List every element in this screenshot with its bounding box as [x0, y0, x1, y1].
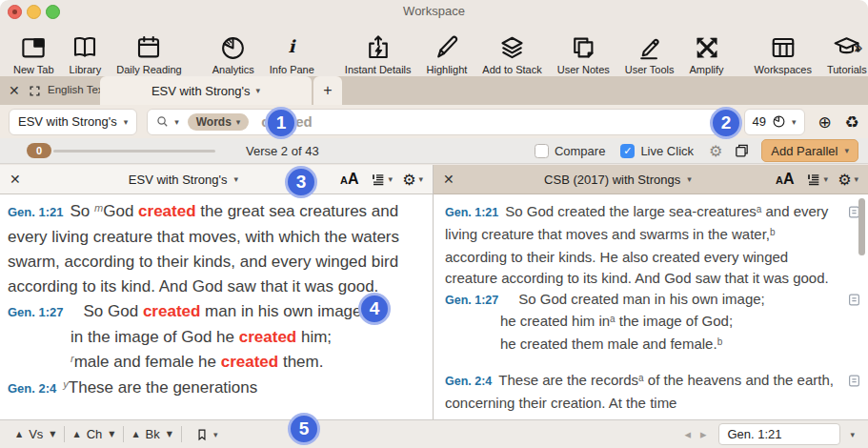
step-up-icon[interactable]: ▲ — [73, 430, 79, 438]
pane-title: CSB (2017) with Strongs — [544, 173, 680, 187]
add-tab-button[interactable]: + — [313, 76, 342, 105]
pane-csb-text: Gen. 1:21So God created the large sea-cr… — [434, 194, 868, 419]
toolbar-item-label: Add to Stack — [482, 64, 541, 75]
cross-reference-note-icon[interactable] — [848, 373, 860, 394]
recycle-icon[interactable]: ♻ — [845, 112, 859, 132]
pane-gear-menu[interactable]: ⚙ ▾ — [402, 171, 423, 189]
toolbar-item-label: Tutorials — [827, 64, 867, 75]
verse-text: So God — [84, 302, 143, 320]
text-size-icon[interactable]: AA — [776, 171, 795, 188]
close-icon[interactable]: ✕ — [9, 83, 20, 98]
stepper-vs[interactable]: ▲Vs▼ — [8, 427, 64, 441]
toolbar-item-amplify[interactable]: Amplify — [682, 30, 732, 75]
toolbar-item-info-pane[interactable]: iInfo Pane — [262, 30, 322, 75]
module-select-button[interactable]: ESV with Strong's ▾ — [9, 109, 137, 135]
pie-icon — [219, 30, 247, 62]
text-panes: ✕ ESV with Strong's ▾ AA ▾ ⚙ ▾ Gen. 1:21… — [0, 165, 868, 419]
toolbar-overflow-icon[interactable]: » — [854, 38, 863, 57]
pane-title-dropdown[interactable]: CSB (2017) with Strongs ▾ — [544, 173, 692, 187]
close-icon[interactable]: ✕ — [10, 172, 21, 187]
toolbar-item-label: Library — [70, 64, 102, 75]
compare-checkbox[interactable] — [535, 144, 549, 158]
search-scope-pill[interactable]: Words ▾ — [188, 113, 250, 131]
expand-icon[interactable] — [29, 84, 41, 101]
annotation-callout-1: 1 — [265, 107, 297, 139]
add-parallel-label: Add Parallel — [771, 144, 838, 158]
close-icon[interactable]: ✕ — [443, 172, 454, 187]
toolbar-item-label: User Notes — [557, 64, 610, 75]
step-down-icon[interactable]: ▼ — [109, 430, 114, 438]
toolbar-item-label: User Tools — [625, 64, 675, 75]
reference-dropdown-icon[interactable]: ▾ — [850, 430, 855, 439]
toolbar-item-daily-reading[interactable]: Daily Reading — [109, 30, 189, 75]
toolbar-item-workspaces[interactable]: Workspaces — [747, 30, 819, 75]
tab-esv-with-strongs[interactable]: ESV with Strong's ▾ — [100, 76, 312, 105]
cross-reference-note-icon[interactable] — [848, 292, 860, 313]
toolbar-item-highlight[interactable]: Highlight — [419, 30, 475, 75]
bookmark-icon — [195, 427, 209, 442]
notes-icon — [569, 30, 597, 62]
add-parallel-button[interactable]: Add Parallel ▾ — [761, 139, 858, 162]
add-search-icon[interactable]: ⊕ — [818, 112, 832, 132]
verse-gen-1-21[interactable]: Gen. 1:21So God created the large sea-cr… — [445, 201, 860, 289]
pane-csb: ✕ CSB (2017) with Strongs ▾ AA ▾ ⚙ ▾ Gen… — [434, 165, 868, 419]
history-forward-icon[interactable]: ▸ — [696, 427, 712, 441]
pane-title-dropdown[interactable]: ESV with Strong's ▾ — [129, 173, 238, 187]
verse-gen-2-4[interactable]: Gen. 2:4These are the recordsa of the he… — [445, 370, 860, 414]
verse-gen-1-27[interactable]: Gen. 1:27So God created man in his own i… — [445, 289, 860, 356]
text-size-icon[interactable]: AA — [340, 171, 359, 188]
pane-gear-menu[interactable]: ⚙ ▾ — [838, 171, 858, 189]
library-icon — [70, 30, 100, 62]
duplicate-pane-icon[interactable] — [734, 143, 750, 159]
pencil-icon — [433, 30, 461, 62]
toolbar-item-user-notes[interactable]: User Notes — [550, 30, 617, 75]
toolbar-item-analytics[interactable]: Analytics — [205, 30, 262, 75]
toolbar-item-library[interactable]: Library — [62, 30, 110, 75]
history-back-icon[interactable]: ◂ — [679, 427, 696, 441]
hit-count-value: 49 — [753, 114, 766, 129]
toolbar-item-add-to-stack[interactable]: Add to Stack — [474, 30, 549, 75]
toolbar-item-new-tab[interactable]: New Tab — [6, 30, 62, 75]
poetry-line: he created him ina the image of God; — [500, 311, 839, 334]
toolbar-item-user-tools[interactable]: User Tools — [617, 30, 682, 75]
display-settings-icon[interactable]: ▾ — [371, 172, 394, 187]
verse-gen-1-21[interactable]: Gen. 1:21So mGod created the great sea c… — [8, 199, 425, 299]
chevron-down-icon: ▾ — [124, 117, 129, 127]
live-click-checkbox[interactable]: ✓ — [620, 144, 635, 158]
step-down-icon[interactable]: ▼ — [167, 430, 172, 438]
stepper-ch[interactable]: ▲Ch▼ — [65, 427, 123, 441]
toolbar-item-label: Info Pane — [270, 64, 314, 75]
poetry-line: in the image of God he created him; — [71, 325, 425, 350]
hit-count-button[interactable]: 49 ▾ — [744, 109, 805, 135]
toolbar-item-instant-details[interactable]: Instant Details — [337, 30, 419, 75]
verse-text: male and female he — [74, 353, 221, 371]
tools-icon — [636, 30, 664, 62]
module-select-label: ESV with Strong's — [18, 114, 117, 129]
step-up-icon[interactable]: ▲ — [132, 430, 138, 438]
live-click-gear-icon[interactable]: ⚙ — [709, 142, 722, 160]
footnote-marker: b — [770, 227, 776, 237]
display-settings-icon[interactable]: ▾ — [806, 172, 829, 187]
stepper-bk[interactable]: ▲Bk▼ — [124, 427, 180, 441]
scrollbar-thumb[interactable] — [858, 198, 865, 255]
verse-gen-2-4[interactable]: Gen. 2:4yThese are the generations — [8, 376, 425, 401]
search-icon — [155, 114, 170, 129]
verse-text: according to their kinds. He also create… — [445, 249, 829, 286]
footnote-marker: r — [71, 353, 74, 364]
step-up-icon[interactable]: ▲ — [16, 430, 22, 438]
step-down-icon[interactable]: ▼ — [50, 430, 55, 438]
bookmark-menu[interactable]: ▾ — [195, 427, 218, 442]
search-mode-chevron-icon[interactable]: ▾ — [174, 117, 179, 127]
amplify-icon — [693, 30, 721, 62]
toolbar-item-label: Daily Reading — [116, 64, 181, 75]
reference-input[interactable]: Gen. 1:21 — [718, 423, 840, 445]
stepper-label: Ch — [87, 427, 103, 441]
new-tab-icon — [19, 30, 48, 62]
context-slider[interactable] — [53, 150, 215, 153]
verse-text: So — [71, 202, 95, 220]
context-counter-pill[interactable]: 0 — [27, 143, 51, 158]
search-input[interactable]: ▾ Words ▾ created — [147, 109, 730, 135]
search-hit-word: created — [143, 302, 200, 320]
verse-text: God — [103, 202, 138, 220]
info-icon: i — [283, 30, 300, 62]
